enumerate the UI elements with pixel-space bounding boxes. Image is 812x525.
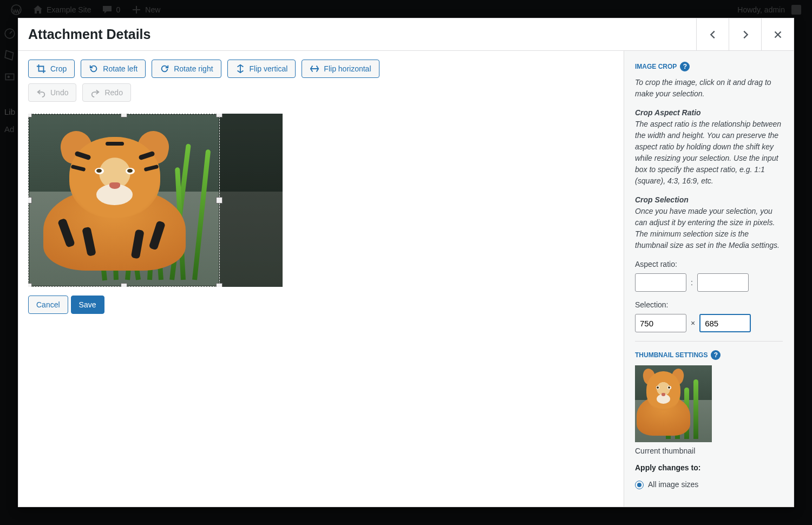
thumbnail-preview <box>635 365 712 442</box>
history-toolbar: Undo Redo <box>28 83 614 102</box>
flip-vertical-label: Flip vertical <box>250 64 288 73</box>
crop-handle-se[interactable] <box>216 283 222 287</box>
crop-label: Crop <box>50 64 67 73</box>
flip-vertical-button[interactable]: Flip vertical <box>227 60 296 78</box>
image-canvas[interactable] <box>28 114 283 287</box>
editor-pane: Crop Rotate left Rotate right Flip verti… <box>18 51 624 507</box>
undo-label: Undo <box>50 88 68 97</box>
thumbnail-heading-text: THUMBNAIL SETTINGS <box>635 350 708 360</box>
help-icon[interactable]: ? <box>680 62 690 71</box>
selection-width-input[interactable] <box>635 314 686 332</box>
crop-handle-nw[interactable] <box>28 114 32 117</box>
rotate-left-label: Rotate left <box>103 64 137 73</box>
crop-handle-e[interactable] <box>216 197 222 204</box>
crop-handle-n[interactable] <box>121 114 127 117</box>
thumbnail-caption: Current thumbnail <box>635 445 783 457</box>
aspect-width-input[interactable] <box>635 273 686 292</box>
aspect-height-input[interactable] <box>697 273 749 292</box>
crop-handle-w[interactable] <box>28 197 32 204</box>
edit-toolbar: Crop Rotate left Rotate right Flip verti… <box>28 60 614 78</box>
flip-horizontal-button[interactable]: Flip horizontal <box>302 60 379 78</box>
flip-horizontal-label: Flip horizontal <box>324 64 371 73</box>
editor-actions: Cancel Save <box>28 296 614 314</box>
aspect-paragraph: Crop Aspect RatioThe aspect ratio is the… <box>635 107 783 187</box>
modal-header: Attachment Details <box>18 18 794 51</box>
redo-button: Redo <box>82 83 130 102</box>
thumbnail-settings-heading: THUMBNAIL SETTINGS ? <box>635 350 783 360</box>
modal-title: Attachment Details <box>28 27 150 42</box>
divider <box>635 341 783 342</box>
apply-all-label: All image sizes <box>648 479 698 490</box>
next-button[interactable] <box>729 18 761 50</box>
crop-selection[interactable] <box>28 114 220 287</box>
selection-subhead: Crop Selection <box>635 195 689 204</box>
side-panel: IMAGE CROP ? To crop the image, click on… <box>624 51 794 507</box>
close-button[interactable] <box>761 18 794 50</box>
selection-text: Once you have made your selection, you c… <box>635 207 780 250</box>
aspect-ratio-row: : <box>635 273 783 292</box>
radio-selected-icon <box>635 481 644 489</box>
crop-button[interactable]: Crop <box>28 60 75 78</box>
crop-dim-right <box>220 114 283 287</box>
cancel-label: Cancel <box>36 300 60 309</box>
attachment-details-modal: Attachment Details Crop Rotate left Rota… <box>18 18 794 507</box>
redo-label: Redo <box>104 88 122 97</box>
crop-handle-s[interactable] <box>121 283 127 287</box>
rotate-left-button[interactable]: Rotate left <box>81 60 146 78</box>
apply-changes-heading: Apply changes to: <box>635 462 783 474</box>
selection-label: Selection: <box>635 299 783 311</box>
crop-intro: To crop the image, click on it and drag … <box>635 77 783 100</box>
prev-button[interactable] <box>696 18 729 50</box>
aspect-ratio-label: Aspect ratio: <box>635 259 783 270</box>
save-button[interactable]: Save <box>71 296 104 314</box>
save-label: Save <box>79 300 96 309</box>
apply-all-option[interactable]: All image sizes <box>635 479 783 490</box>
selection-sep: × <box>691 318 695 329</box>
rotate-right-button[interactable]: Rotate right <box>152 60 221 78</box>
rotate-right-label: Rotate right <box>174 64 213 73</box>
crop-handle-ne[interactable] <box>216 114 222 117</box>
aspect-text: The aspect ratio is the relationship bet… <box>635 120 781 185</box>
crop-handle-sw[interactable] <box>28 283 32 287</box>
help-icon[interactable]: ? <box>711 350 721 360</box>
selection-row: × <box>635 314 783 332</box>
aspect-subhead: Crop Aspect Ratio <box>635 108 701 117</box>
cancel-button[interactable]: Cancel <box>28 296 68 314</box>
selection-height-input[interactable] <box>699 314 751 332</box>
selection-paragraph: Crop SelectionOnce you have made your se… <box>635 194 783 251</box>
image-crop-heading: IMAGE CROP ? <box>635 62 783 71</box>
aspect-sep: : <box>691 277 693 288</box>
undo-button: Undo <box>28 83 76 102</box>
image-crop-heading-text: IMAGE CROP <box>635 62 677 71</box>
